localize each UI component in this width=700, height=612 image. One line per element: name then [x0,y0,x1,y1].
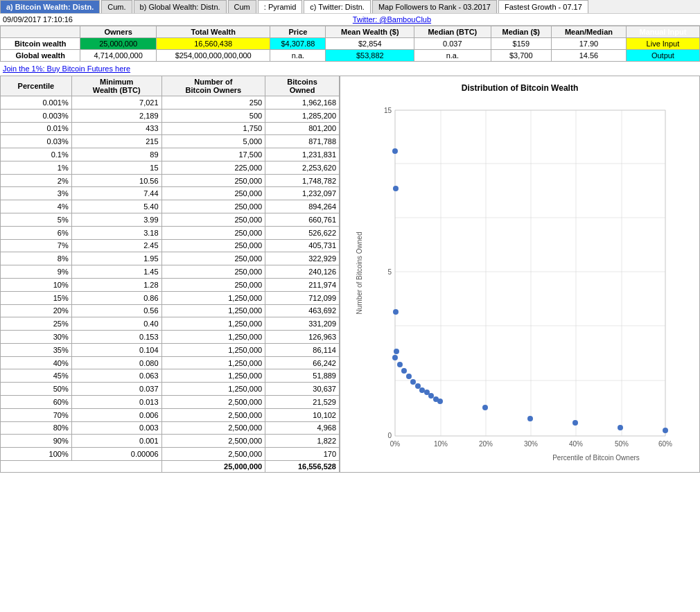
row-label-global: Global wealth [1,50,80,62]
cell-percentile: 40% [1,356,72,369]
th-percentile: Percentile [1,76,72,96]
cell-num-owners: 250,000 [161,174,265,187]
row-label-bitcoin: Bitcoin wealth [1,38,80,50]
cell-percentile: 30% [1,331,72,344]
global-output: Output [626,50,699,62]
svg-text:0%: 0% [390,440,401,448]
cell-percentile: 0.01% [1,122,72,135]
cell-btc-owned: 1,232,097 [265,187,340,200]
svg-text:0: 0 [387,432,392,439]
chart-point [392,148,398,154]
cell-percentile: 60% [1,395,72,408]
table-row: 50% 0.037 1,250,000 30,637 [1,383,340,396]
cell-btc-owned: 712,099 [265,291,340,304]
table-row: 5% 3.99 250,000 660,761 [1,213,340,227]
cell-min-wealth: 433 [71,122,161,135]
cell-btc-owned: 211,974 [265,278,340,291]
cell-min-wealth: 0.013 [71,395,161,408]
cell-btc-owned: 1,962,168 [265,96,340,110]
cell-percentile: 1% [1,161,72,174]
global-median-usd: $3,700 [491,50,552,62]
cell-btc-owned: 322,929 [265,252,340,265]
global-total-wealth: $254,000,000,000,000 [156,50,270,62]
cell-min-wealth: 1.28 [71,278,161,291]
global-owners: 4,714,000,000 [80,50,157,62]
tab-pyramid[interactable]: : Pyramid [258,0,302,13]
cell-num-owners: 2,500,000 [161,408,265,421]
tab-cum2[interactable]: Cum [228,0,256,13]
chart-point [393,309,399,315]
footer-total-btc: 16,556,528 [265,461,340,473]
cell-percentile: 5% [1,213,72,227]
cell-min-wealth: 0.104 [71,343,161,356]
timestamp: 09/09/2017 17:10:16 [3,15,73,24]
table-row: 3% 7.44 250,000 1,232,097 [1,187,340,200]
tab-twitter[interactable]: c) Twitter: Distn. [304,0,371,13]
cell-percentile: 10% [1,278,72,291]
cell-percentile: 70% [1,408,72,421]
chart-point [572,420,578,426]
cell-btc-owned: 894,264 [265,200,340,213]
table-row: 4% 5.40 250,000 894,264 [1,200,340,213]
cell-btc-owned: 1,285,200 [265,109,340,122]
cell-min-wealth: 0.153 [71,331,161,344]
svg-text:30%: 30% [524,440,538,448]
twitter-link[interactable]: Twitter: @BambouClub [353,15,431,24]
global-mean-median: 14.56 [552,50,627,62]
cell-num-owners: 1,250,000 [161,317,265,331]
cell-num-owners: 500 [161,109,265,122]
cell-btc-owned: 240,126 [265,265,340,279]
cell-percentile: 80% [1,421,72,435]
tab-map-followers[interactable]: Map Followers to Rank - 03.2017 [372,0,497,13]
cell-btc-owned: 1,748,782 [265,174,340,187]
cell-num-owners: 250,000 [161,187,265,200]
cell-num-owners: 2,500,000 [161,448,265,461]
cell-btc-owned: 1,822 [265,435,340,448]
cell-min-wealth: 215 [71,135,161,148]
chart-title: Distribution of Bitcoin Wealth [347,83,692,93]
cell-percentile: 7% [1,239,72,252]
cell-num-owners: 250,000 [161,265,265,279]
cell-min-wealth: 0.56 [71,304,161,317]
cell-num-owners: 250,000 [161,200,265,213]
cell-num-owners: 250 [161,96,265,110]
svg-text:60%: 60% [658,440,672,448]
cell-percentile: 15% [1,291,72,304]
chart-point [406,374,412,379]
bitcoin-median-usd: $159 [491,38,552,50]
chart-point [618,425,623,430]
svg-text:20%: 20% [479,440,493,448]
join-link[interactable]: Join the 1%: Buy Bitcoin Futures here [3,64,130,73]
tab-bitcoin-wealth[interactable]: a) Bitcoin Wealth: Distn. [0,0,100,13]
tab-fastest-growth[interactable]: Fastest Growth - 07.17 [498,0,588,13]
cell-min-wealth: 3.18 [71,226,161,239]
table-row: 0.03% 215 5,000 871,788 [1,135,340,148]
cell-min-wealth: 1.45 [71,265,161,279]
cell-num-owners: 5,000 [161,135,265,148]
cell-btc-owned: 331,209 [265,317,340,331]
cell-num-owners: 250,000 [161,239,265,252]
table-row: 9% 1.45 250,000 240,126 [1,265,340,279]
chart-point [401,368,407,374]
chart-point [437,399,443,404]
cell-btc-owned: 871,788 [265,135,340,148]
tab-global-wealth[interactable]: b) Global Wealth: Distn. [134,0,227,13]
cell-percentile: 6% [1,226,72,239]
table-row: 0.01% 433 1,750 801,200 [1,122,340,135]
global-median-btc: n.a. [414,50,491,62]
table-row: 0.1% 89 17,500 1,231,831 [1,148,340,161]
th-min-wealth: MinimumWealth (BTC) [71,76,161,96]
cell-min-wealth: 7.44 [71,187,161,200]
chart-point [393,186,399,191]
cell-min-wealth: 10.56 [71,174,161,187]
table-row: 2% 10.56 250,000 1,748,782 [1,174,340,187]
join-link-row: Join the 1%: Buy Bitcoin Futures here [0,62,700,76]
top-navigation: a) Bitcoin Wealth: Distn. Cum. b) Global… [0,0,700,14]
svg-text:10%: 10% [434,440,448,448]
chart-point [663,428,668,433]
tab-cum1[interactable]: Cum. [101,0,132,13]
cell-num-owners: 1,250,000 [161,331,265,344]
cell-min-wealth: 15 [71,161,161,174]
cell-btc-owned: 66,242 [265,356,340,369]
svg-text:15: 15 [384,107,392,114]
